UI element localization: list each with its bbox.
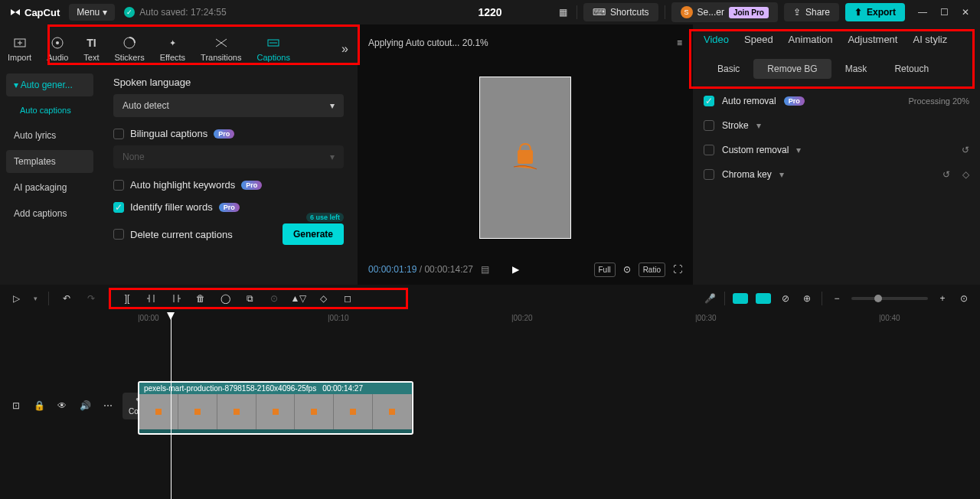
lock-icon[interactable]: 🔒 (32, 399, 46, 413)
close-button[interactable]: ✕ (960, 7, 971, 18)
delete-captions-checkbox[interactable] (113, 229, 124, 240)
custom-removal-checkbox[interactable] (704, 145, 714, 155)
generate-button[interactable]: 6 use left Generate (283, 223, 344, 245)
stickers-tab[interactable]: Stickers (107, 36, 152, 62)
reset-icon[interactable]: ↺ (962, 145, 969, 155)
menu-button[interactable]: Menu ▾ (69, 4, 115, 21)
tab-animation[interactable]: Animation (789, 34, 833, 45)
zoom-in-button[interactable]: + (936, 292, 949, 305)
sidebar-item-templates[interactable]: Templates (6, 150, 93, 173)
selection-tool[interactable]: ▷ (9, 292, 23, 305)
copy-tool[interactable]: ⧉ (243, 292, 256, 305)
pro-badge: Pro (214, 129, 234, 139)
clip-thumbnail (217, 394, 256, 429)
svg-rect-12 (350, 409, 356, 415)
rotate-tool[interactable]: ◇ (316, 292, 330, 305)
properties-panel: Video Speed Animation Adjustment AI styl… (693, 24, 980, 285)
fit-button[interactable]: ⊙ (957, 292, 971, 305)
auto-removal-checkbox[interactable]: ✓ (704, 96, 714, 106)
spoken-language-select[interactable]: Auto detect ▾ (113, 94, 344, 117)
chevron-down-icon[interactable]: ▾ (756, 120, 761, 131)
share-button[interactable]: ⇪ Share (784, 3, 839, 21)
chevron-down-icon[interactable]: ▾ (796, 145, 801, 155)
filler-checkbox[interactable]: ✓ (113, 202, 124, 213)
pro-badge: Pro (241, 181, 262, 190)
mic-icon[interactable]: 🎤 (703, 292, 717, 305)
join-pro-badge[interactable]: Join Pro (729, 7, 769, 18)
timecode: 00:00:01:19 / 00:00:14:27 (368, 264, 473, 275)
tab-video[interactable]: Video (704, 34, 729, 45)
bilingual-checkbox[interactable] (113, 129, 124, 139)
transitions-tab[interactable]: Transitions (193, 36, 249, 62)
expand-tabs-button[interactable]: » (341, 42, 348, 56)
crop-tool[interactable]: ◻ (341, 292, 354, 305)
toggle-2[interactable] (756, 293, 771, 304)
split-left-tool[interactable] (145, 292, 158, 305)
subtab-retouch[interactable]: Retouch (880, 59, 942, 79)
tab-adjustment[interactable]: Adjustment (848, 34, 897, 45)
text-tab[interactable]: TI Text (76, 36, 106, 62)
video-preview-area[interactable] (358, 61, 693, 254)
keyframe-nav-icon[interactable]: ◇ (962, 169, 969, 180)
speed-tool[interactable]: ⊙ (267, 292, 281, 305)
split-tool[interactable]: ]​[ (120, 292, 134, 305)
svg-rect-6 (518, 150, 533, 164)
marker-tool[interactable]: ◯ (218, 292, 232, 305)
timeline-tracks[interactable]: |00:00 |00:10 |00:20 |00:30 |00:40 pexel… (136, 312, 980, 499)
timeline-ruler[interactable]: |00:00 |00:10 |00:20 |00:30 |00:40 (136, 312, 980, 328)
delete-captions-label: Delete current captions (130, 229, 233, 240)
shortcuts-button[interactable]: ⌨ Shortcuts (583, 3, 658, 21)
minimize-button[interactable]: — (917, 7, 928, 18)
delete-tool[interactable]: 🗑 (194, 292, 207, 305)
zoom-out-button[interactable]: − (830, 292, 844, 305)
subtab-mask[interactable]: Mask (831, 59, 881, 79)
stickers-icon (122, 36, 136, 50)
highlight-checkbox[interactable] (113, 180, 124, 191)
frames-icon[interactable]: ▤ (481, 264, 489, 275)
tab-ai-styliz[interactable]: AI styliz (913, 34, 947, 45)
effects-tab[interactable]: ✦ Effects (152, 36, 193, 62)
layout-icon[interactable]: ▦ (557, 5, 570, 19)
zoom-slider[interactable] (851, 297, 928, 300)
reset-icon[interactable]: ↺ (942, 169, 950, 180)
sidebar-item-auto-captions[interactable]: Auto captions (6, 99, 93, 121)
mirror-tool[interactable]: ▲▽ (292, 292, 305, 305)
sidebar-item-ai-packaging[interactable]: AI packaging (6, 176, 93, 199)
video-clip[interactable]: pexels-mart-production-8798158-2160x4096… (138, 381, 413, 435)
subtab-basic[interactable]: Basic (704, 59, 753, 79)
export-button[interactable]: ⬆ Export (845, 3, 905, 21)
toggle-1[interactable] (733, 293, 748, 304)
playhead[interactable] (171, 312, 172, 499)
audio-tab[interactable]: Audio (39, 36, 76, 62)
import-tab[interactable]: Import (0, 36, 39, 62)
play-button[interactable]: ▶ (512, 264, 519, 275)
preview-menu-icon[interactable]: ≡ (677, 38, 682, 48)
chevron-down-icon[interactable]: ▾ (34, 295, 38, 302)
user-button[interactable]: S Se...er Join Pro (671, 2, 778, 22)
link-icon[interactable]: ⊘ (779, 292, 792, 305)
align-icon[interactable]: ⊕ (800, 292, 814, 305)
full-button[interactable]: Full (594, 263, 616, 277)
sidebar-item-auto-gen[interactable]: ▾ Auto gener... (6, 73, 93, 96)
focus-icon[interactable]: ⊙ (623, 264, 631, 275)
split-right-tool[interactable] (169, 292, 183, 305)
captions-tab[interactable]: Captions (249, 36, 297, 62)
redo-button[interactable]: ↷ (84, 292, 98, 305)
maximize-button[interactable]: ☐ (939, 7, 949, 18)
preview-panel: Applying Auto cutout... 20.1% ≡ 00:00:01… (358, 24, 693, 285)
more-icon[interactable]: ⋯ (101, 399, 115, 413)
undo-button[interactable]: ↶ (60, 292, 74, 305)
track-layout-icon[interactable]: ⊡ (9, 399, 23, 413)
speaker-icon[interactable]: 🔊 (78, 399, 92, 413)
sidebar-item-auto-lyrics[interactable]: Auto lyrics (6, 124, 93, 147)
ratio-button[interactable]: Ratio (639, 263, 665, 277)
custom-removal-label: Custom removal (722, 145, 789, 155)
eye-icon[interactable]: 👁 (55, 399, 69, 413)
tab-speed[interactable]: Speed (744, 34, 773, 45)
subtab-remove-bg[interactable]: Remove BG (753, 59, 831, 79)
chevron-down-icon[interactable]: ▾ (779, 169, 784, 180)
fullscreen-icon[interactable]: ⛶ (673, 264, 682, 275)
chroma-key-checkbox[interactable] (704, 169, 714, 180)
sidebar-item-add-captions[interactable]: Add captions (6, 202, 93, 225)
stroke-checkbox[interactable] (704, 120, 714, 131)
